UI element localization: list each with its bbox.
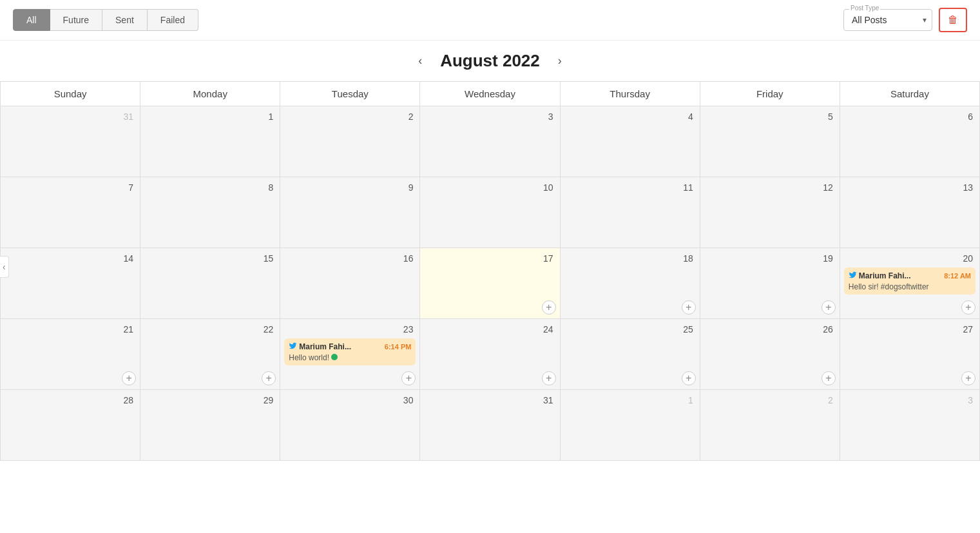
day-number: 25 bbox=[564, 323, 696, 336]
add-post-button[interactable]: + bbox=[961, 371, 975, 385]
day-cell: 21+ bbox=[1, 319, 140, 390]
day-cell: 24+ bbox=[420, 319, 560, 390]
left-sidebar-tab[interactable]: ‹ bbox=[0, 256, 9, 278]
event-text: Hello world! bbox=[289, 353, 411, 362]
twitter-icon bbox=[289, 342, 297, 352]
day-cell: 25+ bbox=[560, 319, 700, 390]
day-cell: 26+ bbox=[700, 319, 840, 390]
day-cell: 13 bbox=[840, 177, 979, 248]
add-post-button[interactable]: + bbox=[542, 300, 556, 315]
add-post-button[interactable]: + bbox=[401, 371, 416, 385]
day-cell: 8 bbox=[140, 177, 280, 248]
day-number: 27 bbox=[844, 323, 975, 336]
event-card[interactable]: Marium Fahi...8:12 AMHello sir! #dogsoft… bbox=[844, 267, 975, 295]
event-username: Marium Fahi... bbox=[299, 342, 351, 351]
add-post-button[interactable]: + bbox=[542, 371, 556, 385]
day-cell: 7 bbox=[1, 177, 140, 248]
day-number: 14 bbox=[5, 252, 136, 265]
top-right: Post Type All PostsTwitterFacebookInstag… bbox=[843, 8, 967, 32]
day-cell: 9 bbox=[280, 177, 420, 248]
add-post-button[interactable]: + bbox=[961, 300, 975, 315]
day-cell: 2 bbox=[280, 106, 420, 177]
day-header-tuesday: Tuesday bbox=[280, 82, 420, 106]
day-number: 26 bbox=[704, 323, 836, 336]
day-header-monday: Monday bbox=[140, 82, 280, 106]
day-cell: 20Marium Fahi...8:12 AMHello sir! #dogso… bbox=[840, 248, 979, 319]
day-cell: 5 bbox=[700, 106, 840, 177]
day-cell: 29 bbox=[140, 390, 280, 461]
day-number: 31 bbox=[5, 110, 136, 123]
filter-tab-future[interactable]: Future bbox=[50, 9, 102, 31]
day-cell: 6 bbox=[840, 106, 979, 177]
post-type-label: Post Type bbox=[849, 5, 880, 12]
day-number: 13 bbox=[844, 181, 975, 194]
add-post-button[interactable]: + bbox=[821, 371, 836, 385]
prev-month-button[interactable]: ‹ bbox=[413, 52, 427, 70]
event-card-header: Marium Fahi...8:12 AM bbox=[849, 271, 971, 281]
day-number: 23 bbox=[284, 323, 416, 336]
next-month-button[interactable]: › bbox=[553, 52, 567, 70]
add-post-button[interactable]: + bbox=[682, 300, 696, 315]
day-cell: 30 bbox=[280, 390, 420, 461]
calendar-thead: SundayMondayTuesdayWednesdayThursdayFrid… bbox=[1, 82, 980, 106]
day-number: 28 bbox=[5, 394, 136, 407]
day-number: 3 bbox=[844, 394, 975, 407]
day-number: 22 bbox=[144, 323, 276, 336]
day-number: 2 bbox=[284, 110, 416, 123]
filter-tabs: AllFutureSentFailed bbox=[13, 9, 198, 31]
day-cell: 16 bbox=[280, 248, 420, 319]
day-headers-row: SundayMondayTuesdayWednesdayThursdayFrid… bbox=[1, 82, 980, 106]
day-number: 12 bbox=[704, 181, 836, 194]
day-cell: 31 bbox=[1, 106, 140, 177]
week-row-0: 31123456 bbox=[1, 106, 980, 177]
day-cell: 3 bbox=[840, 390, 979, 461]
day-number: 6 bbox=[844, 110, 975, 123]
day-cell: 19+ bbox=[700, 248, 840, 319]
day-number: 8 bbox=[144, 181, 276, 194]
add-post-button[interactable]: + bbox=[821, 300, 836, 315]
add-post-button[interactable]: + bbox=[262, 371, 276, 385]
delete-button[interactable]: 🗑 bbox=[939, 8, 967, 32]
day-cell: 3 bbox=[420, 106, 560, 177]
day-cell: 12 bbox=[700, 177, 840, 248]
filter-tab-sent[interactable]: Sent bbox=[102, 9, 148, 31]
day-number: 5 bbox=[704, 110, 836, 123]
event-user: Marium Fahi... bbox=[289, 342, 351, 352]
event-username: Marium Fahi... bbox=[859, 271, 911, 280]
day-header-friday: Friday bbox=[700, 82, 840, 106]
day-cell: 15 bbox=[140, 248, 280, 319]
event-time: 8:12 AM bbox=[944, 272, 971, 280]
day-header-wednesday: Wednesday bbox=[420, 82, 560, 106]
event-time: 6:14 PM bbox=[385, 343, 412, 351]
filter-tab-all[interactable]: All bbox=[13, 9, 50, 31]
day-cell: 17+ bbox=[420, 248, 560, 319]
day-number: 30 bbox=[284, 394, 416, 407]
calendar-body: 311234567891011121314151617+18+19+20Mari… bbox=[1, 106, 980, 461]
add-post-button[interactable]: + bbox=[682, 371, 696, 385]
week-row-1: 78910111213 bbox=[1, 177, 980, 248]
day-cell: 11 bbox=[560, 177, 700, 248]
add-post-button[interactable]: + bbox=[122, 371, 136, 385]
day-cell: 1 bbox=[560, 390, 700, 461]
day-number: 9 bbox=[284, 181, 416, 194]
day-number: 29 bbox=[144, 394, 276, 407]
day-header-sunday: Sunday bbox=[1, 82, 140, 106]
event-user: Marium Fahi... bbox=[849, 271, 911, 281]
day-cell: 22+ bbox=[140, 319, 280, 390]
day-number: 7 bbox=[5, 181, 136, 194]
twitter-icon bbox=[849, 271, 857, 281]
filter-tab-failed[interactable]: Failed bbox=[148, 9, 198, 31]
day-cell: 1 bbox=[140, 106, 280, 177]
day-number: 21 bbox=[5, 323, 136, 336]
day-number: 3 bbox=[424, 110, 555, 123]
week-row-3: 21+22+23Marium Fahi...6:14 PMHello world… bbox=[1, 319, 980, 390]
day-number: 10 bbox=[424, 181, 555, 194]
post-type-select[interactable]: All PostsTwitterFacebookInstagram bbox=[849, 12, 927, 28]
event-card-header: Marium Fahi...6:14 PM bbox=[289, 342, 411, 352]
day-number: 17 bbox=[424, 252, 555, 265]
day-cell: 28 bbox=[1, 390, 140, 461]
day-number: 16 bbox=[284, 252, 416, 265]
day-number: 20 bbox=[844, 252, 975, 265]
day-number: 11 bbox=[564, 181, 696, 194]
event-card[interactable]: Marium Fahi...6:14 PMHello world! bbox=[284, 338, 416, 365]
